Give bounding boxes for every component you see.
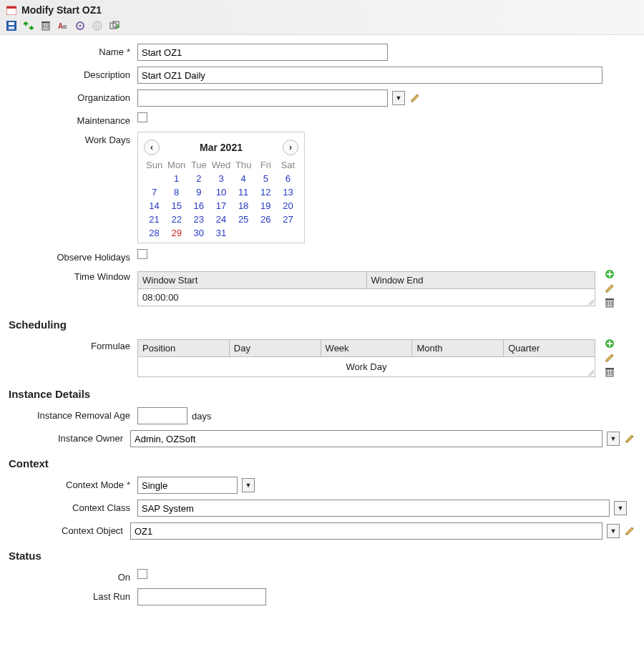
calendar-day[interactable]: 21 [144,214,165,225]
time-window-header-start: Window Start [138,272,367,289]
save-icon[interactable] [6,20,17,31]
calendar-day[interactable]: 1 [166,173,187,184]
calendar-day[interactable]: 10 [210,187,231,198]
svg-rect-1 [6,6,16,9]
context-object-dropdown-button[interactable]: ▼ [607,524,620,538]
calendar-day[interactable]: 4 [233,173,254,184]
calendar-dow: Sat [278,160,298,170]
calendar-day[interactable]: 24 [210,214,231,225]
add-icon[interactable] [604,268,615,280]
calendar-empty [255,228,276,238]
calendar-day[interactable]: 3 [210,173,231,184]
calendar-day[interactable]: 5 [255,173,276,184]
calendar-day[interactable]: 13 [278,187,298,198]
refresh-icon[interactable] [23,20,34,31]
calendar-day[interactable]: 25 [233,214,254,225]
calendar-day[interactable]: 19 [255,200,276,211]
organization-input[interactable] [137,89,388,107]
days-unit-label: days [192,411,211,422]
calendar-day[interactable]: 22 [166,214,187,225]
calendar-day[interactable]: 2 [188,173,209,184]
calendar-day[interactable]: 15 [166,200,187,211]
on-checkbox[interactable] [137,569,147,579]
pencil-icon[interactable] [409,92,421,104]
calendar-day[interactable]: 17 [210,200,231,211]
calendar-day[interactable]: 18 [233,200,254,211]
calendar-dow: Tue [188,160,209,170]
svg-rect-3 [9,22,14,25]
last-run-label: Last Run [93,591,130,602]
organization-dropdown-button[interactable]: ▼ [392,91,405,105]
instance-removal-age-label: Instance Removal Age [37,410,130,421]
calendar-dow: Fri [255,160,276,170]
calendar-dow: Thu [233,160,254,170]
time-window-cell-end[interactable] [366,289,595,306]
calendar-day[interactable]: 29 [166,228,187,238]
resize-grip-icon[interactable] [587,298,594,305]
organization-label: Organization [77,92,130,103]
context-class-dropdown-button[interactable]: ▼ [614,501,627,515]
time-window-header-end: Window End [367,272,595,289]
delete-icon[interactable] [604,297,615,308]
rename-icon[interactable]: AB [57,20,69,31]
calendar-day[interactable]: 9 [188,187,209,198]
last-run-input[interactable] [137,588,266,605]
calendar-day[interactable]: 6 [278,173,298,184]
calendar-prev-button[interactable]: ‹ [144,140,160,155]
page-title: Modify Start OZ1 [21,4,102,16]
context-object-label: Context Object [62,525,123,536]
calendar-day[interactable]: 28 [144,228,165,238]
settings-gear-icon[interactable] [74,20,86,31]
calendar-day[interactable]: 8 [166,187,187,198]
run-icon[interactable] [109,20,120,31]
calendar-day[interactable]: 26 [255,214,276,225]
formulae-table[interactable]: Position Day Week Month Quarter Work Day [137,339,595,377]
instance-owner-dropdown-button[interactable]: ▼ [607,432,620,446]
instance-owner-input[interactable] [130,430,602,447]
instance-removal-age-input[interactable] [137,407,187,424]
observe-holidays-checkbox[interactable] [137,249,147,259]
observe-holidays-label: Observe Holidays [57,252,130,263]
calendar-dow: Mon [166,160,187,170]
context-mode-dropdown-button[interactable]: ▼ [242,478,255,492]
context-class-input[interactable] [137,500,610,517]
description-input[interactable] [137,67,602,84]
time-window-cell-start[interactable]: 08:00:00 [138,289,366,306]
toolbar: AB [6,20,638,31]
resize-grip-icon[interactable] [587,369,594,376]
pencil-icon[interactable] [604,352,615,364]
calendar-day[interactable]: 27 [278,214,298,225]
formulae-label: Formulae [91,341,130,351]
name-input[interactable] [137,44,388,61]
formulae-header-day: Day [230,340,321,357]
delete-icon[interactable] [604,366,615,378]
calendar-day[interactable]: 16 [188,200,209,211]
calendar-day[interactable]: 7 [144,187,165,198]
formulae-header-position: Position [138,340,230,357]
section-context: Context [9,457,635,469]
calendar-day[interactable]: 23 [188,214,209,225]
description-label: Description [84,69,130,80]
calendar-day[interactable]: 20 [278,200,298,211]
delete-icon[interactable] [40,20,52,31]
maintenance-checkbox[interactable] [137,112,147,122]
add-icon[interactable] [604,338,615,349]
maintenance-label: Maintenance [77,115,130,126]
pencil-icon[interactable] [624,525,635,537]
calendar-day[interactable]: 14 [144,200,165,211]
pencil-icon[interactable] [604,283,615,294]
work-days-calendar: ‹ Mar 2021 › SunMonTueWedThuFriSat123456… [137,132,305,243]
calendar-day[interactable]: 30 [188,228,209,238]
calendar-next-button[interactable]: › [283,140,298,155]
calendar-day[interactable]: 11 [233,187,254,198]
calendar-day[interactable]: 31 [210,228,231,238]
time-window-table[interactable]: Window Start Window End 08:00:00 [137,271,595,306]
calendar-empty [233,228,254,238]
context-object-input[interactable] [130,522,602,540]
context-mode-input[interactable] [137,477,238,494]
name-label: Name [99,47,124,57]
svg-rect-30 [605,368,614,369]
pencil-icon[interactable] [624,433,635,444]
calendar-day[interactable]: 12 [255,187,276,198]
calendar-dow: Wed [210,160,231,170]
